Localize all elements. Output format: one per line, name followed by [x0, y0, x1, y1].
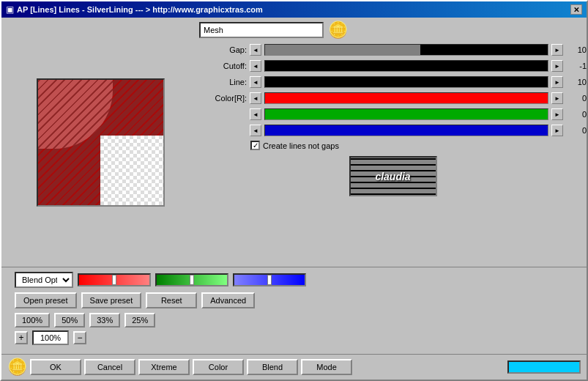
xtreme-button[interactable]: Xtreme	[138, 359, 190, 375]
cutoff-label: Cutoff:	[199, 62, 247, 70]
color-b-dec-button[interactable]: ◄	[250, 125, 261, 136]
blend-red-slider[interactable]	[78, 273, 151, 286]
cutoff-inc-button[interactable]: ►	[551, 60, 563, 72]
color-g-value: 0	[566, 110, 587, 119]
advanced-button[interactable]: Advanced	[201, 292, 255, 308]
cancel-button[interactable]: Cancel	[84, 359, 135, 375]
line-dec-button[interactable]: ◄	[250, 76, 261, 88]
title-bar: ▣ AP [Lines] Lines - SilverLining --- > …	[1, 1, 587, 18]
color-g-slider-row: ◄ ► 0	[199, 107, 587, 122]
bottom-coin-icon: 🪙	[7, 358, 27, 377]
color-r-label: Color[R]:	[199, 94, 247, 103]
line-inc-button[interactable]: ►	[551, 76, 563, 88]
filter-preview-text: claudia	[375, 171, 410, 182]
line-label: Line:	[199, 78, 247, 86]
cutoff-track[interactable]	[264, 60, 548, 72]
color-r-value: 0	[566, 94, 587, 103]
color-b-inc-button[interactable]: ►	[551, 125, 563, 136]
dropdown-wrapper: Mesh	[199, 22, 324, 38]
percent-buttons-row: 100% 50% 33% 25%	[7, 313, 581, 328]
zoom-50-button[interactable]: 50%	[54, 313, 85, 328]
close-button[interactable]: ✕	[570, 4, 582, 15]
zoom-current-value: 100%	[32, 330, 69, 345]
bottom-right-area	[507, 360, 581, 374]
color-r-inc-button[interactable]: ►	[551, 92, 563, 104]
line-slider-row: Line: ◄ ► 10	[199, 75, 587, 89]
zoom-out-button[interactable]: −	[73, 331, 86, 344]
color-g-track[interactable]	[264, 108, 548, 120]
preview-panel	[1, 18, 199, 267]
cutoff-slider-row: Cutoff: ◄ ► -1	[199, 59, 587, 73]
preset-icon: 🪙	[328, 21, 348, 40]
preview-image	[37, 78, 165, 207]
blend-blue-slider[interactable]	[233, 273, 306, 286]
preset-dropdown[interactable]: Mesh	[199, 22, 324, 38]
gap-track[interactable]	[264, 44, 548, 56]
zoom-in-button[interactable]: +	[15, 331, 28, 344]
line-track[interactable]	[264, 76, 548, 88]
zoom-33-button[interactable]: 33%	[89, 313, 120, 328]
zoom-100-button[interactable]: 100%	[15, 313, 50, 328]
window-title: AP [Lines] Lines - SilverLining --- > ht…	[17, 5, 263, 14]
gap-value: 10	[566, 45, 587, 54]
gap-dec-button[interactable]: ◄	[250, 44, 261, 56]
checkbox-label: Create lines not gaps	[263, 141, 339, 150]
create-lines-checkbox[interactable]: ✓	[250, 141, 260, 150]
ok-button[interactable]: OK	[30, 359, 81, 375]
line-value: 10	[566, 78, 587, 86]
color-r-dec-button[interactable]: ◄	[250, 92, 261, 104]
action-buttons-row: Open preset Save preset Reset Advanced	[7, 292, 581, 308]
color-b-value: 0	[566, 126, 587, 135]
zoom-25-button[interactable]: 25%	[124, 313, 155, 328]
cyan-indicator-bar	[507, 360, 581, 374]
gap-label: Gap:	[199, 45, 247, 54]
preset-dropdown-row: Mesh 🪙	[199, 21, 587, 40]
reset-button[interactable]: Reset	[146, 292, 197, 308]
blend-button[interactable]: Blend	[247, 359, 298, 375]
main-window: ▣ AP [Lines] Lines - SilverLining --- > …	[0, 0, 588, 381]
save-preset-button[interactable]: Save preset	[81, 292, 142, 308]
color-g-dec-button[interactable]: ◄	[250, 108, 261, 120]
color-button[interactable]: Color	[193, 359, 244, 375]
checkbox-row: ✓ Create lines not gaps	[199, 141, 587, 150]
color-b-slider-row: ◄ ► 0	[199, 123, 587, 138]
filter-preview-area: claudia	[199, 156, 587, 196]
bottom-buttons-bar: 🪙 OK Cancel Xtreme Color Blend Mode	[1, 354, 587, 380]
color-r-track[interactable]	[264, 92, 548, 104]
window-icon: ▣	[6, 4, 14, 15]
bottom-section: Blend Opti Open preset Save preset Reset…	[1, 267, 587, 354]
cutoff-dec-button[interactable]: ◄	[250, 60, 261, 72]
mode-button[interactable]: Mode	[301, 359, 352, 375]
blend-green-slider[interactable]	[155, 273, 228, 286]
right-panel: Mesh 🪙 Gap: ◄ ► 10 Cutof	[199, 18, 587, 267]
blend-dropdown[interactable]: Blend Opti	[15, 272, 73, 288]
blend-row: Blend Opti	[7, 272, 581, 288]
cutoff-value: -1	[566, 62, 587, 70]
open-preset-button[interactable]: Open preset	[15, 292, 77, 308]
color-b-track[interactable]	[264, 125, 548, 136]
filter-preview-image: claudia	[349, 156, 437, 196]
color-g-inc-button[interactable]: ►	[551, 108, 563, 120]
zoom-row: + 100% −	[7, 330, 581, 345]
color-r-slider-row: Color[R]: ◄ ► 0	[199, 91, 587, 106]
gap-slider-row: Gap: ◄ ► 10	[199, 42, 587, 57]
gap-inc-button[interactable]: ►	[551, 44, 563, 56]
